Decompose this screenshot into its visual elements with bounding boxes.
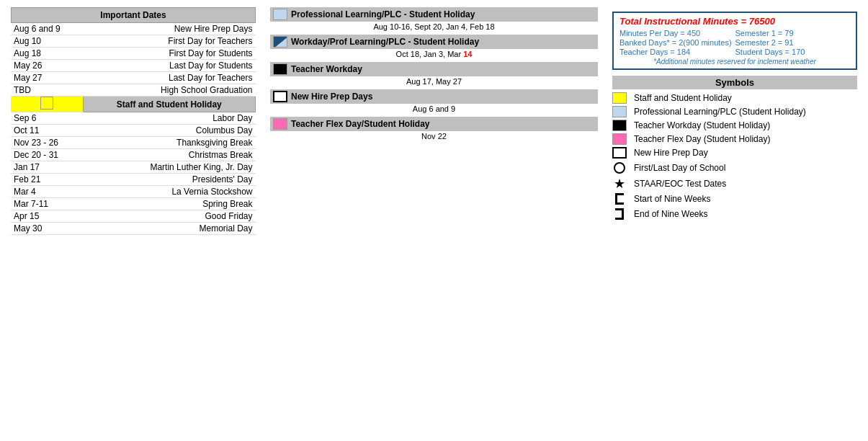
legend-block-dates: Nov 22 bbox=[270, 131, 598, 141]
date-cell: May 27 bbox=[11, 72, 83, 84]
legend-section: Professional Learning/PLC - Student Holi… bbox=[270, 7, 598, 223]
legend-block-title: Teacher Workday bbox=[270, 62, 598, 76]
symbol-row: Start of Nine Weeks bbox=[612, 192, 857, 205]
symbol-label: Teacher Workday (Student Holiday) bbox=[634, 120, 770, 130]
yellow-swatch bbox=[40, 97, 53, 110]
date-cell: Aug 18 bbox=[11, 48, 83, 60]
date-cell: Aug 10 bbox=[11, 35, 83, 48]
holiday-row: May 30Memorial Day bbox=[11, 223, 256, 235]
date-row: TBDHigh School Graduation bbox=[11, 84, 256, 97]
symbol-row: Teacher Workday (Student Holiday) bbox=[612, 120, 857, 131]
minutes-per-day: Minutes Per Day = 450 bbox=[619, 29, 735, 37]
date-cell: Mar 7-11 bbox=[11, 198, 83, 210]
symbol-row: First/Last Day of School bbox=[612, 161, 857, 175]
event-cell: La Vernia Stockshow bbox=[83, 186, 256, 198]
symbol-label: Professional Learning/PLC (Student Holid… bbox=[634, 107, 806, 117]
semester1: Semester 1 = 79 bbox=[735, 29, 851, 37]
legend-block: Workday/Prof Learning/PLC - Student Holi… bbox=[270, 35, 598, 59]
symbol-label: New Hire Prep Day bbox=[634, 148, 708, 158]
date-row: May 26Last Day for Students bbox=[11, 60, 256, 72]
event-cell: First Day for Teachers bbox=[83, 35, 256, 48]
event-cell: Last Day for Teachers bbox=[83, 72, 256, 84]
semester2: Semester 2 = 91 bbox=[735, 38, 851, 47]
symbol-label: STAAR/EOC Test Dates bbox=[634, 179, 726, 189]
symbol-label: Teacher Flex Day (Student Holiday) bbox=[634, 134, 770, 144]
symbol-row: Teacher Flex Day (Student Holiday) bbox=[612, 133, 857, 145]
date-cell: Sep 6 bbox=[11, 112, 83, 125]
date-row: May 27Last Day for Teachers bbox=[11, 72, 256, 84]
totals-note: *Additional minutes reserved for incleme… bbox=[619, 58, 850, 66]
holiday-row: Jan 17Martin Luther King, Jr. Day bbox=[11, 161, 256, 174]
date-cell: May 26 bbox=[11, 60, 83, 72]
important-dates-title: Important Dates bbox=[11, 7, 256, 23]
holiday-header-row: Staff and Student Holiday bbox=[11, 97, 256, 112]
date-cell: Oct 11 bbox=[11, 125, 83, 137]
symbols-title: Symbols bbox=[612, 76, 857, 89]
event-cell: Thanksgiving Break bbox=[83, 137, 256, 149]
symbol-row: ★STAAR/EOC Test Dates bbox=[612, 177, 857, 190]
legend-block-title: Workday/Prof Learning/PLC - Student Holi… bbox=[270, 35, 598, 49]
holiday-row: Sep 6Labor Day bbox=[11, 112, 256, 125]
holiday-row: Dec 20 - 31Christmas Break bbox=[11, 149, 256, 161]
banked-days: Banked Days* = 2(900 minutes) bbox=[619, 38, 735, 47]
legend-block: New Hire Prep DaysAug 6 and 9 bbox=[270, 89, 598, 114]
date-cell: Dec 20 - 31 bbox=[11, 149, 83, 161]
holiday-row: Mar 7-11Spring Break bbox=[11, 198, 256, 210]
symbol-row: Staff and Student Holiday bbox=[612, 92, 857, 104]
symbol-row: New Hire Prep Day bbox=[612, 147, 857, 159]
date-cell: Nov 23 - 26 bbox=[11, 137, 83, 149]
event-cell: Martin Luther King, Jr. Day bbox=[83, 161, 256, 174]
date-cell: May 30 bbox=[11, 223, 83, 235]
legend-block-title: Teacher Flex Day/Student Holiday bbox=[270, 117, 598, 131]
legend-block-dates: Aug 6 and 9 bbox=[270, 104, 598, 114]
event-cell: Memorial Day bbox=[83, 223, 256, 235]
date-cell: Mar 4 bbox=[11, 186, 83, 198]
symbol-row: End of Nine Weeks bbox=[612, 208, 857, 220]
date-cell: TBD bbox=[11, 84, 83, 97]
event-cell: Presidents' Day bbox=[83, 174, 256, 186]
symbol-label: End of Nine Weeks bbox=[634, 209, 708, 219]
legend-block-title: Professional Learning/PLC - Student Holi… bbox=[270, 7, 598, 22]
symbol-row: Professional Learning/PLC (Student Holid… bbox=[612, 106, 857, 117]
symbol-label: Staff and Student Holiday bbox=[634, 93, 732, 103]
event-cell: Last Day for Students bbox=[83, 60, 256, 72]
symbol-label: Start of Nine Weeks bbox=[634, 194, 711, 204]
staff-holiday-label: Staff and Student Holiday bbox=[83, 97, 256, 112]
event-cell: High School Graduation bbox=[83, 84, 256, 97]
legend-block-dates: Aug 10-16, Sept 20, Jan 4, Feb 18 bbox=[270, 22, 598, 32]
date-row: Aug 6 and 9New Hire Prep Days bbox=[11, 23, 256, 35]
totals-grid: Minutes Per Day = 450 Semester 1 = 79 Ba… bbox=[619, 29, 850, 56]
right-column: Professional Learning/PLC - Student Holi… bbox=[270, 7, 857, 434]
symbol-label: First/Last Day of School bbox=[634, 163, 725, 173]
holiday-row: Nov 23 - 26Thanksgiving Break bbox=[11, 137, 256, 149]
important-dates-table: Aug 6 and 9New Hire Prep DaysAug 10First… bbox=[11, 23, 256, 235]
event-cell: First Day for Students bbox=[83, 48, 256, 60]
symbols-list: Staff and Student HolidayProfessional Le… bbox=[612, 92, 857, 220]
student-days: Student Days = 170 bbox=[735, 48, 851, 56]
date-cell: Jan 17 bbox=[11, 161, 83, 174]
event-cell: Labor Day bbox=[83, 112, 256, 125]
date-cell: Aug 6 and 9 bbox=[11, 23, 83, 35]
right-section: Professional Learning/PLC - Student Holi… bbox=[270, 7, 857, 223]
date-row: Aug 10First Day for Teachers bbox=[11, 35, 256, 48]
holiday-row: Feb 21Presidents' Day bbox=[11, 174, 256, 186]
date-row: Aug 18First Day for Students bbox=[11, 48, 256, 60]
totals-title: Total Instructional Minutes = 76500 bbox=[619, 16, 850, 27]
date-cell: Apr 15 bbox=[11, 210, 83, 223]
event-cell: Columbus Day bbox=[83, 125, 256, 137]
legend-block: Professional Learning/PLC - Student Holi… bbox=[270, 7, 598, 32]
legend-block-dates: Oct 18, Jan 3, Mar 14 bbox=[270, 49, 598, 59]
event-cell: Good Friday bbox=[83, 210, 256, 223]
left-column: Important Dates Aug 6 and 9New Hire Prep… bbox=[11, 7, 256, 434]
teacher-days: Teacher Days = 184 bbox=[619, 48, 735, 56]
date-cell: Feb 21 bbox=[11, 174, 83, 186]
holiday-row: Oct 11Columbus Day bbox=[11, 125, 256, 137]
right-side-panel: Total Instructional Minutes = 76500 Minu… bbox=[612, 7, 857, 223]
legend-block-title: New Hire Prep Days bbox=[270, 89, 598, 104]
event-cell: Spring Break bbox=[83, 198, 256, 210]
holiday-row: Apr 15Good Friday bbox=[11, 210, 256, 223]
holiday-row: Mar 4La Vernia Stockshow bbox=[11, 186, 256, 198]
event-cell: New Hire Prep Days bbox=[83, 23, 256, 35]
legend-block: Teacher Flex Day/Student HolidayNov 22 bbox=[270, 117, 598, 141]
totals-box: Total Instructional Minutes = 76500 Minu… bbox=[612, 12, 857, 70]
